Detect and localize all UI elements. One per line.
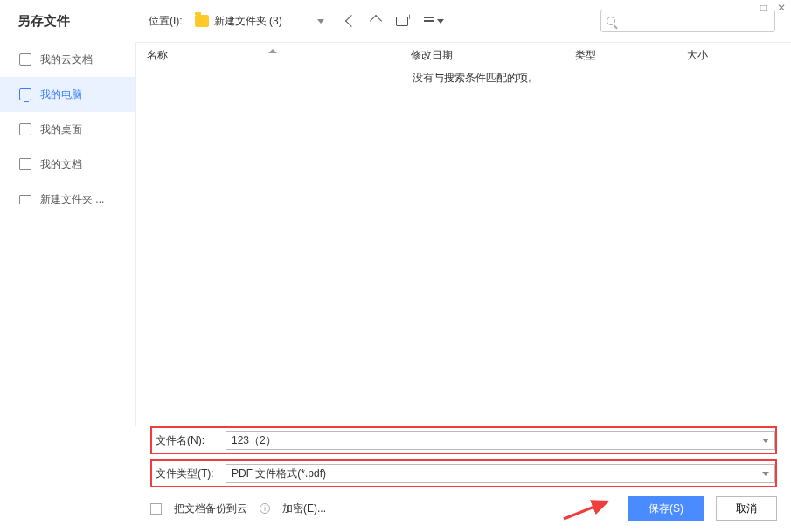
new-folder-button[interactable] (396, 17, 408, 26)
filename-label: 文件名(N): (152, 433, 226, 448)
encrypt-link[interactable]: 加密(E)... (282, 501, 326, 516)
filetype-label: 文件类型(T): (152, 466, 226, 481)
sidebar-item-label: 新建文件夹 ... (40, 192, 104, 207)
backup-label: 把文档备份到云 (174, 501, 247, 516)
search-icon (607, 17, 615, 25)
folder-icon (195, 15, 209, 27)
cube-icon (19, 53, 31, 66)
sidebar: 我的云文档 我的电脑 我的桌面 我的文档 新建文件夹 ... (0, 42, 135, 426)
sidebar-item-new-folder[interactable]: 新建文件夹 ... (0, 182, 135, 217)
maximize-icon[interactable]: □ (760, 2, 767, 14)
nav-up-button[interactable] (371, 17, 380, 25)
close-icon[interactable]: ✕ (777, 2, 786, 14)
view-mode-button[interactable] (424, 17, 444, 25)
cancel-button[interactable]: 取消 (716, 496, 777, 521)
dialog-title: 另存文件 (17, 13, 149, 30)
desktop-icon (19, 123, 31, 135)
document-icon (19, 158, 31, 170)
col-header-size[interactable]: 大小 (677, 48, 791, 63)
info-icon[interactable]: i (260, 503, 270, 514)
location-dropdown[interactable]: 新建文件夹 (3) (190, 10, 330, 32)
chevron-down-icon (762, 439, 769, 443)
filename-input[interactable]: 123（2） (226, 431, 775, 450)
save-button[interactable]: 保存(S) (628, 496, 704, 521)
sidebar-item-label: 我的桌面 (40, 122, 82, 137)
folder-icon (19, 195, 31, 204)
sidebar-item-label: 我的云文档 (40, 52, 93, 67)
filename-row: 文件名(N): 123（2） (150, 426, 777, 454)
backup-checkbox[interactable] (150, 503, 162, 515)
filetype-select[interactable]: PDF 文件格式(*.pdf) (226, 464, 775, 483)
chevron-down-icon (762, 472, 769, 476)
sidebar-item-my-docs[interactable]: 我的文档 (0, 147, 135, 182)
chevron-down-icon (317, 19, 324, 24)
sidebar-item-my-computer[interactable]: 我的电脑 (0, 77, 135, 112)
location-value: 新建文件夹 (3) (214, 14, 282, 29)
monitor-icon (19, 88, 31, 100)
col-header-name[interactable]: 名称 (136, 48, 400, 63)
sidebar-item-desktop[interactable]: 我的桌面 (0, 112, 135, 147)
nav-back-button[interactable] (347, 17, 356, 25)
file-list-area: 名称 修改日期 类型 大小 没有与搜索条件匹配的项。 (135, 42, 791, 426)
col-header-type[interactable]: 类型 (565, 48, 677, 63)
sidebar-item-label: 我的文档 (40, 157, 82, 172)
filetype-row: 文件类型(T): PDF 文件格式(*.pdf) (150, 459, 777, 487)
search-input[interactable] (600, 10, 775, 32)
sidebar-item-label: 我的电脑 (40, 87, 82, 102)
sidebar-item-cloud-docs[interactable]: 我的云文档 (0, 42, 135, 77)
col-header-date[interactable]: 修改日期 (400, 48, 565, 63)
empty-message: 没有与搜索条件匹配的项。 (136, 67, 791, 86)
location-label: 位置(I): (149, 14, 183, 29)
sort-indicator-icon (268, 49, 277, 53)
